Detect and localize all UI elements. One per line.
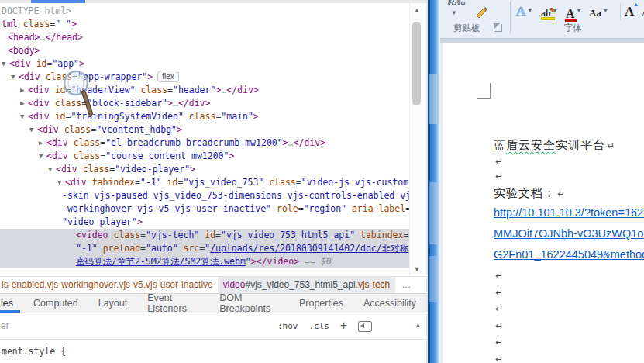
tab-accessibility[interactable]: Accessibility — [353, 294, 426, 313]
tree-expand-icon[interactable]: ▼ — [57, 176, 65, 189]
dom-tree-row[interactable]: ▼<div class="vcontent_hdbg"> — [0, 123, 409, 137]
paste-button[interactable]: 粘贴 — [443, 0, 470, 9]
toggle-element-state-button[interactable]: :hov — [277, 321, 298, 331]
clipboard-dialog-launcher-icon[interactable] — [494, 24, 502, 32]
dom-tree-row[interactable]: -workinghover vjs-v5 vjs-user-inactive" … — [0, 202, 409, 216]
breadcrumb-item-div[interactable]: ls-enabled.vjs-workinghover.vjs-v5.vjs-u… — [0, 277, 218, 293]
empty-paragraph: ↵ — [494, 350, 644, 363]
document-hyperlink[interactable]: G2Fn01_1622445049&method=d — [494, 244, 644, 265]
paragraph-mark: ↵ — [495, 270, 503, 281]
empty-paragraph: ↵ — [494, 316, 644, 334]
empty-paragraph: ↵ — [494, 266, 644, 283]
dom-tree-row[interactable]: ▶<div id="headerView" class="header">…</… — [0, 84, 409, 97]
word-document-page[interactable]: 蓝盾云安全实训平台↵ ↵↵ 实验文档：↵ http://10.101.10.3/… — [440, 39, 644, 363]
word-window-edge — [426, 0, 440, 363]
dom-tree-row[interactable]: ▼<div tabindex="-1" id="vjs_video_753" c… — [0, 176, 409, 189]
empty-paragraph: ↵ — [494, 299, 644, 316]
change-case-button[interactable]: Aa▼ — [589, 2, 608, 19]
dom-tree-row[interactable]: ▼<div class="app-wrapper">flex — [0, 71, 409, 84]
dom-tree-row[interactable]: "-1" preload="auto" src="/uploads/res/20… — [0, 242, 409, 255]
text-highlight-button[interactable]: ab✏▼ — [541, 2, 558, 19]
elements-scrollbar[interactable]: ▲ ▼ — [409, 3, 424, 276]
scrollbar-thumb[interactable] — [412, 22, 421, 105]
page-margin-cropmark — [477, 83, 491, 99]
dom-tree-row[interactable]: <video class="vjs-tech" id="vjs_video_75… — [0, 229, 409, 242]
devtools-panel: DOCTYPE html>tml class=" "><head>…</head… — [0, 0, 426, 363]
element-style-rule[interactable]: ment.style { — [0, 340, 426, 363]
dom-tree-row[interactable]: ▶<div class="el-breadcrumb breadcrumb mw… — [0, 137, 409, 150]
tree-expand-icon[interactable]: ▼ — [11, 71, 19, 84]
paste-dropdown-icon[interactable]: ▼ — [451, 9, 457, 16]
paragraph-mark: ↵ — [495, 337, 503, 347]
tree-expand-icon[interactable]: ▼ — [29, 123, 37, 137]
element-classes-button[interactable]: .cls — [308, 321, 329, 331]
dom-tree-row[interactable]: <head>…</head> — [0, 31, 409, 44]
document-content: 蓝盾云安全实训平台↵ ↵↵ 实验文档：↵ http://10.101.10.3/… — [494, 95, 644, 363]
paragraph-mark: ↵ — [607, 140, 615, 151]
tab-les[interactable]: les — [0, 294, 23, 313]
font-group-label: 字体 — [515, 22, 631, 34]
rule-selector-text: ment.style { — [2, 346, 66, 357]
dom-tree-row[interactable]: DOCTYPE html> — [0, 5, 409, 18]
font-color-button[interactable]: A▼ — [566, 2, 582, 19]
new-style-rule-button[interactable]: + — [340, 319, 347, 333]
document-hyperlink[interactable]: MMJOit7OJNbh-vO3UzWQ1ouH — [494, 223, 644, 244]
scroll-up-icon[interactable]: ▲ — [410, 6, 424, 14]
computed-sidebar-toggle-icon[interactable] — [358, 321, 372, 332]
dom-tree-row[interactable]: ▼<div class="video-player"> — [0, 163, 409, 176]
grow-font-button[interactable]: A▲ — [625, 2, 634, 19]
empty-paragraph: ↵ — [494, 168, 644, 182]
paragraph-mark: ↵ — [557, 188, 566, 199]
screenshot-root: DOCTYPE html>tml class=" "><head>…</head… — [0, 0, 644, 363]
tree-expand-icon[interactable]: ▼ — [48, 163, 56, 176]
devtools-sidebar-tabs: lesComputedLayoutEvent ListenersDOM Brea… — [0, 293, 426, 313]
document-label: 实验文档：↵ — [494, 184, 644, 202]
dom-tree-row[interactable]: <body> — [0, 44, 409, 57]
text-effects-button[interactable]: A▼ — [516, 2, 532, 19]
dom-tree-row[interactable]: ▼<div id="app"> — [0, 57, 409, 71]
dom-tree[interactable]: DOCTYPE html>tml class=" "><head>…</head… — [0, 3, 409, 276]
document-title: 蓝盾云安全实训平台↵ — [494, 138, 644, 153]
crumb-id: #vjs_video_753_html5_api — [245, 279, 355, 290]
dom-tree-row[interactable]: 密码算法/章节2-SM2算法/SM2算法.webm"></video> == $… — [0, 255, 409, 268]
paragraph-mark: ↵ — [495, 156, 503, 167]
grow-font-arrow-icon: ▲ — [633, 2, 639, 8]
tab-dom-breakpoints[interactable]: DOM Breakpoints — [209, 294, 289, 313]
breadcrumb: ls-enabled.vjs-workinghover.vjs-v5.vjs-u… — [0, 276, 426, 293]
tree-expand-icon[interactable]: ▼ — [2, 57, 9, 71]
clipboard-group-label: 剪贴板 — [445, 22, 488, 34]
crumb-tag: video — [223, 279, 246, 290]
paragraph-mark: ↵ — [495, 320, 503, 331]
tree-expand-icon[interactable]: ▶ — [20, 97, 28, 110]
tree-expand-icon[interactable]: ▶ — [39, 137, 46, 150]
tab-properties[interactable]: Properties — [289, 294, 353, 313]
breadcrumb-item-video-selected[interactable]: video#vjs_video_753_html5_api.vjs-tech — [218, 277, 395, 293]
dom-tree-row[interactable]: ▼<div id="trainingSystemVideo" class="ma… — [0, 110, 409, 123]
scroll-down-icon[interactable]: ▼ — [410, 265, 424, 273]
format-painter-icon[interactable] — [474, 5, 490, 23]
crumb-class: .vjs-tech — [356, 279, 391, 290]
dom-tree-row[interactable]: ▶<div class="block-sidebar">…</div> — [0, 97, 409, 110]
dom-tree-row[interactable]: tml class=" "> — [0, 18, 409, 31]
word-ribbon: 粘贴 ▼ 剪贴板 A▼ ab✏▼ A▼ Aa▼ — [440, 0, 644, 39]
styles-scroll-up-icon[interactable]: ▲ — [415, 321, 422, 329]
paragraph-mark: ↵ — [495, 171, 503, 182]
paragraph-mark: ↵ — [495, 303, 503, 314]
empty-paragraph: ↵ — [494, 333, 644, 350]
dom-tree-row[interactable]: -skin vjs-paused vjs_video_753-dimension… — [0, 189, 409, 202]
styles-filter-input[interactable]: er — [1, 320, 9, 331]
styles-toolbar: er :hov .cls + ▲ — [0, 313, 426, 340]
tab-event-listeners[interactable]: Event Listeners — [137, 294, 209, 313]
tab-layout[interactable]: Layout — [88, 294, 138, 313]
document-hyperlink[interactable]: http://10.101.10.3/?token=1622 — [494, 202, 644, 223]
tree-expand-icon[interactable]: ▼ — [20, 110, 28, 123]
breadcrumb-overflow-icon[interactable]: … — [395, 277, 418, 293]
paragraph-mark: ↵ — [495, 287, 503, 298]
word-window: 粘贴 ▼ 剪贴板 A▼ ab✏▼ A▼ Aa▼ — [426, 0, 644, 363]
empty-paragraph: ↵ — [494, 283, 644, 300]
tree-expand-icon[interactable]: ▼ — [39, 150, 46, 163]
tab-computed[interactable]: Computed — [23, 294, 88, 313]
dom-tree-row[interactable]: ▼<div class="course_content mw1200"> — [0, 150, 409, 163]
tree-expand-icon[interactable]: ▶ — [20, 84, 28, 97]
dom-tree-row[interactable]: "video player"> — [0, 216, 409, 229]
